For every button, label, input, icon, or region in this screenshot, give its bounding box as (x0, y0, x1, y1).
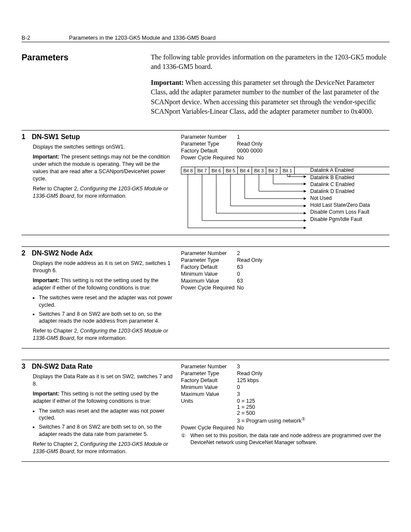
param-title: DN-SW2 Node Adx (32, 249, 93, 257)
param-number: 2 (22, 249, 30, 257)
param-desc: Displays the switches settings onSW1. (33, 143, 174, 151)
param-block-2: 2 DN-SW2 Node Adx Displays the node addr… (22, 246, 389, 348)
param-bullets: The switches were reset and the adapter … (33, 294, 174, 325)
section-title: Parameters (22, 53, 151, 62)
param-bullets: The switch was reset and the adapter was… (33, 408, 174, 439)
param-desc: Displays the Data Rate as it is set on S… (33, 373, 174, 388)
bit-arrows (181, 174, 306, 234)
param-important: Important: The present settings may not … (33, 153, 174, 183)
param-important: Important: This setting is not the setti… (33, 277, 174, 292)
intro-important-label: Important: (151, 79, 184, 86)
page-number: B-2 (22, 34, 69, 41)
intro-paragraph-2: Important: When accessing this parameter… (151, 78, 389, 117)
bit-labels: Datalink A Enabled Datalink B Enabled Da… (310, 167, 370, 223)
param-title: DN-SW2 Data Rate (32, 363, 93, 370)
param-refer: Refer to Chapter 2, Configuring the 1203… (33, 185, 174, 200)
page-header: B-2 Parameters in the 1203-GK5 Module an… (22, 34, 389, 42)
param-desc: Displays the node address as it is set o… (33, 260, 174, 274)
param-number: 1 (22, 133, 30, 141)
bit-diagram: Bit 8 Bit 7 Bit 6 Bit 5 Bit 4 Bit 3 Bit … (181, 167, 389, 231)
intro-section: Parameters The following table provides … (22, 53, 389, 122)
intro-paragraph-1: The following table provides information… (151, 53, 389, 72)
param-refer: Refer to Chapter 2, Configuring the 1203… (33, 441, 174, 455)
param-title: DN-SW1 Setup (32, 133, 80, 140)
param-number: 3 (22, 363, 30, 370)
param-block-3: 3 DN-SW2 Data Rate Displays the Data Rat… (22, 360, 389, 462)
page-header-title: Parameters in the 1203-GK5 Module and 13… (69, 34, 215, 41)
intro-important-text: When accessing this parameter set throug… (151, 79, 379, 115)
param-important: Important: This setting is not the setti… (33, 390, 174, 405)
footnote: ① When set to this position, the data ra… (181, 432, 389, 446)
units-values: 0 = 125 1 = 250 2 = 500 3 = Program usin… (237, 398, 389, 424)
param-block-1: 1 DN-SW1 Setup Displays the switches set… (22, 130, 389, 235)
param-refer: Refer to Chapter 2, Configuring the 1203… (33, 327, 174, 342)
